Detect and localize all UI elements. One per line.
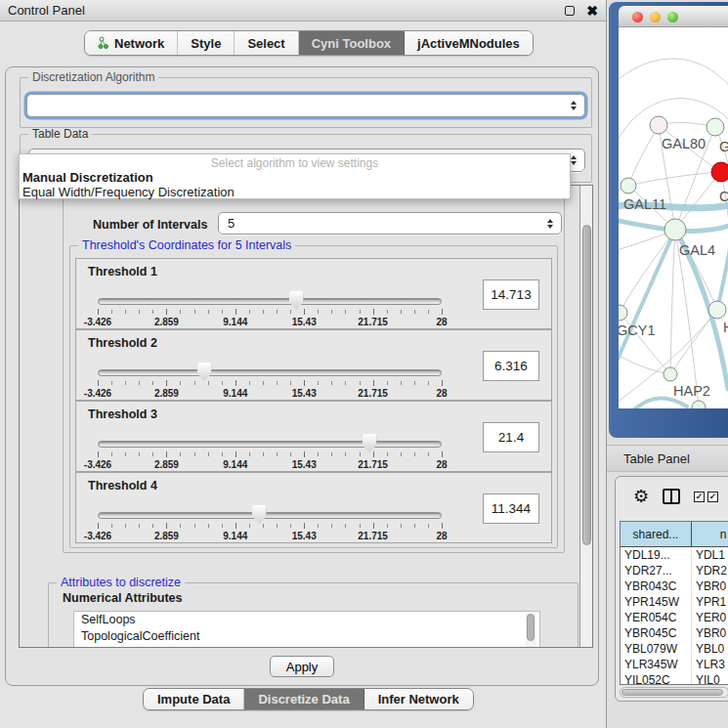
network-canvas[interactable]: GAL80GCGAL11GAL4HGCY1HAP2 (619, 27, 728, 408)
network-node-label: HAP2 (673, 383, 710, 399)
table-cell[interactable]: YBL079W (621, 641, 692, 657)
slider-track[interactable] (98, 441, 442, 448)
tick-label: 28 (436, 388, 447, 399)
numerical-attributes-list[interactable]: SelfLoopsTopologicalCoefficientBetweenne… (73, 611, 540, 648)
table-row[interactable]: YLR345WYLR3 (621, 657, 728, 672)
checkbox-checked-icon[interactable]: ✓ (694, 492, 705, 502)
network-node[interactable] (650, 116, 667, 134)
slider-tick (401, 381, 402, 385)
network-node[interactable] (711, 162, 728, 182)
slider-tick (387, 381, 388, 385)
tab-jactivemnodules[interactable]: jActiveMNodules (405, 31, 533, 55)
network-node[interactable] (619, 305, 627, 321)
table-row[interactable]: YDL19...YDL1 (621, 547, 728, 563)
table-column-header[interactable]: shared... (621, 522, 692, 547)
table-cell[interactable]: YDR27... (621, 563, 692, 578)
table-row[interactable]: YER054CYER0 (621, 610, 728, 625)
threshold-slider[interactable]: -3.4262.8599.14415.4321.71528 (98, 290, 442, 329)
table-row[interactable]: YDR27...YDR2 (621, 563, 728, 578)
attribute-item[interactable]: BetweennessCentrality (74, 645, 539, 648)
network-node[interactable] (664, 219, 686, 240)
table-cell[interactable]: YDL1 (692, 547, 728, 563)
node-table[interactable]: shared...n YDL19...YDL1YDR27...YDR2YBR04… (620, 521, 728, 685)
threshold-slider[interactable]: -3.4262.8599.14415.4321.71528 (98, 362, 442, 401)
table-cell[interactable]: YPR145W (621, 594, 692, 610)
threshold-label: Threshold 3 (88, 407, 157, 421)
gear-icon[interactable]: ⚙ (633, 488, 649, 505)
table-cell[interactable]: YER0 (692, 610, 728, 625)
table-cell[interactable]: YIL0 (692, 672, 728, 685)
threshold-value-field[interactable]: 21.4 (483, 422, 539, 452)
network-node[interactable] (692, 401, 706, 408)
network-node[interactable] (708, 301, 726, 319)
dropdown-option[interactable]: Equal Width/Frequency Discretization (20, 185, 570, 199)
network-edge-thick (619, 398, 687, 408)
slider-track[interactable] (98, 369, 442, 376)
mac-minimize-icon[interactable] (650, 12, 661, 22)
network-node[interactable] (664, 367, 677, 381)
close-panel-icon[interactable]: ✖ (586, 4, 598, 18)
network-node[interactable] (621, 178, 636, 193)
slider-thumb[interactable] (363, 434, 377, 452)
table-cell[interactable]: YLR345W (621, 657, 692, 672)
table-row[interactable]: YIL052CYIL0 (621, 672, 728, 685)
select-all-checkboxes[interactable]: ✓ ✓ (694, 492, 718, 502)
table-horizontal-scrollbar[interactable] (620, 687, 728, 698)
checkbox-checked-icon[interactable]: ✓ (707, 492, 718, 502)
threshold-value-field[interactable]: 14.713 (483, 279, 539, 310)
slider-thumb[interactable] (289, 291, 304, 310)
tab-style[interactable]: Style (178, 31, 235, 55)
float-window-icon[interactable] (565, 6, 575, 16)
slider-thumb[interactable] (252, 505, 267, 524)
slider-track[interactable] (98, 512, 442, 519)
table-cell[interactable]: YDR2 (692, 563, 728, 578)
threshold-value-field[interactable]: 6.316 (483, 351, 539, 381)
slider-tick (414, 381, 415, 385)
slider-track[interactable] (98, 298, 442, 305)
threshold-value-field[interactable]: 11.344 (483, 493, 539, 524)
table-cell[interactable]: YBR0 (692, 625, 728, 641)
attributes-list-scrollbar[interactable] (526, 614, 536, 648)
tab-infer-network[interactable]: Infer Network (364, 689, 473, 709)
tab-select[interactable]: Select (235, 31, 298, 55)
table-cell[interactable]: YER054C (621, 610, 692, 625)
table-cell[interactable]: YIL052C (621, 672, 692, 685)
table-cell[interactable]: YLR3 (692, 657, 728, 672)
settings-vertical-scrollbar[interactable] (579, 186, 592, 647)
table-cell[interactable]: YBR043C (621, 578, 692, 594)
table-cell[interactable]: YPR1 (692, 594, 728, 610)
scrollbar-thumb[interactable] (621, 689, 723, 696)
table-row[interactable]: YBR045CYBR0 (621, 625, 728, 641)
apply-button[interactable]: Apply (270, 656, 334, 677)
network-node[interactable] (707, 118, 724, 136)
table-cell[interactable]: YBR045C (621, 625, 692, 641)
table-cell[interactable]: YBL0 (692, 641, 728, 657)
mac-zoom-icon[interactable] (667, 12, 678, 22)
number-of-intervals-combobox[interactable]: 5 (218, 212, 562, 235)
column-layout-icon[interactable] (663, 489, 680, 504)
tab-cyni-toolbox[interactable]: Cyni Toolbox (299, 31, 405, 55)
tab-impute-data[interactable]: Impute Data (144, 689, 244, 709)
table-row[interactable]: YBL079WYBL0 (621, 641, 728, 657)
tab-discretize-data[interactable]: Discretize Data (244, 689, 364, 709)
table-row[interactable]: YBR043CYBR0 (621, 578, 728, 594)
threshold-slider[interactable]: -3.4262.8599.14415.4321.71528 (98, 433, 442, 472)
tab-network[interactable]: Network (85, 31, 178, 55)
attribute-item[interactable]: TopologicalCoefficient (74, 628, 539, 645)
table-cell[interactable]: YBR0 (692, 578, 728, 594)
network-view-window[interactable]: GAL80GCGAL11GAL4HGCY1HAP2 (609, 2, 728, 438)
dropdown-option[interactable]: Manual Discretization (20, 170, 570, 185)
scrollbar-thumb[interactable] (582, 225, 591, 545)
slider-tick (304, 523, 305, 529)
table-column-header[interactable]: n (692, 522, 728, 547)
table-cell[interactable]: YDL19... (621, 547, 692, 563)
attribute-item[interactable]: SelfLoops (74, 612, 539, 628)
right-dock: GAL80GCGAL11GAL4HGCY1HAP2 Table Panel ⚙ … (606, 0, 728, 728)
algorithm-combobox[interactable] (26, 94, 585, 117)
mac-close-icon[interactable] (632, 12, 643, 22)
slider-thumb[interactable] (197, 363, 212, 381)
numerical-attributes-heading: Numerical Attributes (63, 591, 182, 605)
network-window-titlebar[interactable] (619, 6, 728, 27)
table-row[interactable]: YPR145WYPR1 (621, 594, 728, 610)
threshold-slider[interactable]: -3.4262.8599.14415.4321.71528 (98, 504, 442, 543)
